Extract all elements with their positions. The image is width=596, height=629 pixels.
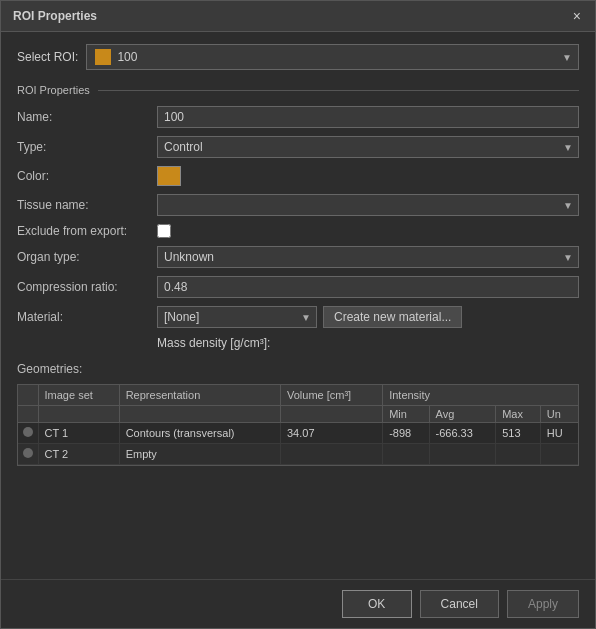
tissue-name-select[interactable] (157, 194, 579, 216)
section-label: ROI Properties (17, 84, 90, 96)
compression-label: Compression ratio: (17, 280, 157, 294)
type-label: Type: (17, 140, 157, 154)
material-row: Material: [None] ▼ Create new material..… (17, 306, 579, 328)
name-label: Name: (17, 110, 157, 124)
roi-dropdown-arrow: ▼ (562, 52, 572, 63)
exclude-checkbox[interactable] (157, 224, 171, 238)
type-select[interactable]: Control (157, 136, 579, 158)
row1-volume: 34.07 (280, 423, 382, 444)
color-row: Color: (17, 166, 579, 186)
organ-type-label: Organ type: (17, 250, 157, 264)
row1-intensity-avg: -666.33 (429, 423, 496, 444)
compression-input[interactable] (157, 276, 579, 298)
roi-properties-dialog: ROI Properties × Select ROI: 100 ▼ ROI P… (0, 0, 596, 629)
organ-type-select-wrapper: Unknown ▼ (157, 246, 579, 268)
dialog-title: ROI Properties (13, 9, 97, 23)
material-select-wrapper: [None] ▼ (157, 306, 317, 328)
row2-icon (18, 444, 38, 465)
roi-select-value: 100 (117, 50, 137, 64)
row1-intensity-un: HU (540, 423, 578, 444)
compression-row: Compression ratio: (17, 276, 579, 298)
row2-intensity-avg (429, 444, 496, 465)
row1-intensity-min: -898 (383, 423, 429, 444)
row1-icon (18, 423, 38, 444)
tissue-name-label: Tissue name: (17, 198, 157, 212)
apply-button[interactable]: Apply (507, 590, 579, 618)
type-row: Type: Control ▼ (17, 136, 579, 158)
title-bar: ROI Properties × (1, 1, 595, 32)
col-intensity-avg: Avg (429, 406, 496, 423)
roi-properties-section-header: ROI Properties (17, 84, 579, 96)
dialog-footer: OK Cancel Apply (1, 579, 595, 628)
dialog-content: Select ROI: 100 ▼ ROI Properties Name: T… (1, 32, 595, 579)
col-image-set: Image set (38, 385, 119, 406)
material-label: Material: (17, 310, 157, 324)
geometries-label: Geometries: (17, 362, 579, 376)
exclude-row: Exclude from export: (17, 224, 579, 238)
organ-type-select[interactable]: Unknown (157, 246, 579, 268)
geometries-table: Image set Representation Volume [cm³] In… (18, 385, 578, 465)
table-row: CT 1 Contours (transversal) 34.07 -898 -… (18, 423, 578, 444)
col-volume: Volume [cm³] (280, 385, 382, 406)
create-material-button[interactable]: Create new material... (323, 306, 462, 328)
type-select-wrapper: Control ▼ (157, 136, 579, 158)
table-header-row2: Min Avg Max Un (18, 406, 578, 423)
tissue-name-select-wrapper: ▼ (157, 194, 579, 216)
material-select[interactable]: [None] (157, 306, 317, 328)
roi-color-swatch (95, 49, 111, 65)
color-label: Color: (17, 169, 157, 183)
row1-intensity-max: 513 (496, 423, 541, 444)
row2-intensity-min (383, 444, 429, 465)
col-intensity-un: Un (540, 406, 578, 423)
mass-density-label: Mass density [g/cm³]: (157, 336, 270, 350)
col-icon (18, 385, 38, 406)
table-header-row1: Image set Representation Volume [cm³] In… (18, 385, 578, 406)
tissue-name-row: Tissue name: ▼ (17, 194, 579, 216)
name-input[interactable] (157, 106, 579, 128)
ok-button[interactable]: OK (342, 590, 412, 618)
row2-volume (280, 444, 382, 465)
roi-select[interactable]: 100 ▼ (86, 44, 579, 70)
select-roi-row: Select ROI: 100 ▼ (17, 44, 579, 70)
exclude-label: Exclude from export: (17, 224, 157, 238)
organ-type-row: Organ type: Unknown ▼ (17, 246, 579, 268)
visibility-indicator (23, 448, 33, 458)
geometries-section: Geometries: Image set Representation Vol… (17, 362, 579, 466)
row2-intensity-un (540, 444, 578, 465)
select-roi-label: Select ROI: (17, 50, 86, 64)
visibility-indicator (23, 427, 33, 437)
close-button[interactable]: × (571, 9, 583, 23)
col-intensity-header: Intensity (383, 385, 578, 406)
col-intensity-max: Max (496, 406, 541, 423)
row1-image-set: CT 1 (38, 423, 119, 444)
row2-image-set: CT 2 (38, 444, 119, 465)
row2-intensity-max (496, 444, 541, 465)
col-intensity-min: Min (383, 406, 429, 423)
row2-representation: Empty (119, 444, 280, 465)
mass-density-row: Mass density [g/cm³]: (17, 336, 579, 350)
geometries-table-container: Image set Representation Volume [cm³] In… (17, 384, 579, 466)
intensity-label: Intensity (389, 389, 430, 401)
col-representation: Representation (119, 385, 280, 406)
color-swatch-button[interactable] (157, 166, 181, 186)
table-row: CT 2 Empty (18, 444, 578, 465)
cancel-button[interactable]: Cancel (420, 590, 499, 618)
name-row: Name: (17, 106, 579, 128)
row1-representation: Contours (transversal) (119, 423, 280, 444)
